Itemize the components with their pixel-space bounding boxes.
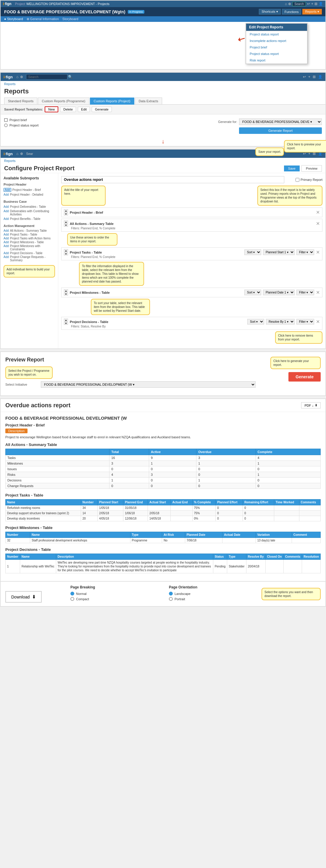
- add-brief-link[interactable]: Add: [4, 188, 11, 192]
- dropdown-item-incomplete[interactable]: Incomplete actions report: [246, 37, 307, 44]
- sort-select-4[interactable]: Sort ▾: [244, 290, 261, 295]
- dropdown-item-project-status[interactable]: Project status report: [246, 31, 307, 37]
- close-item-3[interactable]: ✕: [316, 249, 320, 255]
- dropdown-item-brief[interactable]: Project brief: [246, 44, 307, 51]
- radio-normal-selected[interactable]: [70, 592, 74, 595]
- home-icon[interactable]: ⌂: [285, 2, 287, 6]
- add-decisions[interactable]: Add: [4, 251, 9, 255]
- add-project-tasks[interactable]: Add: [4, 233, 9, 236]
- primary-report-checkbox[interactable]: [296, 178, 299, 182]
- add-milestones[interactable]: Add: [4, 241, 9, 244]
- report-name-input[interactable]: [61, 176, 284, 183]
- radio-status[interactable]: [4, 124, 8, 127]
- nav-home-icon3[interactable]: ⌂: [16, 152, 18, 156]
- add-tasks-action[interactable]: Add: [4, 237, 9, 240]
- global-search-input[interactable]: [26, 74, 67, 80]
- tab-standard-reports[interactable]: Standard Reports: [4, 97, 37, 104]
- subnav-storyboard[interactable]: ● Storyboard: [4, 17, 23, 21]
- breadcrumb-reports-link[interactable]: Reports: [4, 82, 16, 86]
- config-item-2-name: All Actions - Summary Table: [70, 222, 314, 225]
- globe-icon[interactable]: ⊕: [288, 2, 291, 6]
- preview-report-button[interactable]: Preview: [301, 165, 322, 172]
- search-box[interactable]: Search: [292, 2, 306, 6]
- sort-val-select-3[interactable]: Planned Start 1 ▾: [263, 249, 295, 255]
- arrow-down-1[interactable]: ▼: [64, 213, 68, 215]
- generate-for-select[interactable]: FOOD & BEVERAGE PROFESSIONAL DEVE ▾: [239, 119, 322, 125]
- dropdown-item-risk[interactable]: Risk report: [246, 57, 307, 64]
- select-initiative-label: Select Initiative: [5, 383, 38, 386]
- page-break-normal: Normal: [70, 592, 157, 595]
- user-icon[interactable]: 👤: [318, 75, 322, 79]
- grid-icon[interactable]: ⊞: [313, 75, 316, 79]
- sort-val-select-5[interactable]: Resolve By 1 ▾: [266, 319, 295, 324]
- radio-compact[interactable]: [70, 597, 74, 601]
- nav-icon1[interactable]: ↩: [307, 2, 310, 6]
- functions-button[interactable]: Functions: [282, 9, 301, 14]
- reports-button[interactable]: Reports ▾: [302, 9, 322, 14]
- arrow-down-5[interactable]: ▼: [64, 322, 68, 325]
- arrow-up-3[interactable]: ▲: [64, 249, 68, 252]
- pdf-button[interactable]: PDF ↓ ⬇: [301, 402, 321, 408]
- nav-icon3[interactable]: ⊞: [315, 2, 318, 6]
- add-contributing[interactable]: Add: [4, 210, 9, 216]
- sort-select-3[interactable]: Sort ▾: [244, 249, 261, 255]
- nav-globe-icon[interactable]: ⊕: [20, 75, 23, 79]
- close-item-1[interactable]: ✕: [316, 210, 320, 215]
- radio-portrait[interactable]: [169, 597, 173, 601]
- breadcrumb3-link[interactable]: Reports: [4, 159, 16, 162]
- description-button[interactable]: Description: [5, 429, 28, 433]
- filter-select-4[interactable]: Filter ▾: [296, 290, 314, 295]
- sort-select-5[interactable]: Sort ▾: [247, 319, 264, 324]
- arrow-down-2[interactable]: ▼: [64, 224, 68, 227]
- add-detailed-link[interactable]: Add: [4, 193, 9, 196]
- generate-button4[interactable]: Generate: [289, 372, 321, 381]
- radio-brief[interactable]: [4, 118, 8, 122]
- close-item-5[interactable]: ✕: [316, 319, 320, 324]
- tab-custom-programme[interactable]: Custom Reports (Programme): [38, 97, 89, 104]
- close-item-2[interactable]: ✕: [316, 221, 320, 226]
- filter-select-3[interactable]: Filter ▾: [296, 249, 314, 255]
- subnav-general-info[interactable]: ⊕ General Information: [27, 17, 59, 21]
- close-item-4[interactable]: ✕: [316, 290, 320, 295]
- nav-home-icon[interactable]: ⌂: [16, 75, 18, 79]
- arrow-up-2[interactable]: ▲: [64, 220, 68, 223]
- nav-icon2[interactable]: +: [311, 2, 313, 6]
- download-button[interactable]: Download ⬇: [5, 591, 42, 602]
- filter-select-5[interactable]: Filter ▾: [296, 319, 314, 324]
- add-all-actions[interactable]: Add: [4, 229, 9, 232]
- save-report-button[interactable]: Save: [284, 165, 300, 172]
- subreport-benefits: Add Project Benefits - Table: [4, 217, 55, 221]
- tab-custom-project[interactable]: Custom Reports (Project): [90, 97, 134, 104]
- select-initiative-dropdown[interactable]: FOOD & BEVERAGE PROFESSIONAL DEVELOPMENT…: [41, 381, 256, 388]
- edit-template-button[interactable]: Edit: [78, 107, 90, 112]
- primary-report-check: Primary Report: [296, 178, 322, 182]
- template-project-brief[interactable]: Project brief: [4, 117, 63, 123]
- shortcuts-button[interactable]: Shortcuts ▾: [259, 9, 281, 14]
- sort-val-select-4[interactable]: Planned Date 1 ▾: [263, 290, 295, 295]
- arrow-up-4[interactable]: ▲: [64, 289, 68, 292]
- add-milestones-constraints[interactable]: Add: [4, 244, 9, 251]
- decision-row-1: 1 Relationship with WelTec WelTec are de…: [6, 560, 321, 574]
- arrow-down-3[interactable]: ▼: [64, 252, 68, 255]
- tab-data-extracts[interactable]: Data Extracts: [135, 97, 162, 104]
- delete-template-button[interactable]: Delete: [60, 107, 76, 112]
- arrow-up-1[interactable]: ▲: [64, 209, 68, 212]
- add-change-requests[interactable]: Add: [4, 255, 9, 262]
- search-icon[interactable]: 🔍: [68, 75, 72, 79]
- nav-icon4[interactable]: 👤: [319, 2, 323, 6]
- radio-landscape-selected[interactable]: [169, 592, 173, 595]
- arrow-down-4[interactable]: ▼: [64, 292, 68, 296]
- top-project-label: Project: [15, 2, 25, 6]
- add-deliverables[interactable]: Add: [4, 205, 9, 208]
- plus-icon[interactable]: +: [308, 75, 310, 79]
- arrow-up-5[interactable]: ▲: [64, 318, 68, 321]
- generate-template-button[interactable]: Generate: [92, 107, 112, 112]
- nav-globe-icon3[interactable]: ⊕: [20, 152, 23, 156]
- add-benefits[interactable]: Add: [4, 217, 9, 220]
- dropdown-item-status2[interactable]: Project status report: [246, 51, 307, 57]
- subnav-storyboard2[interactable]: Storyboard: [62, 17, 79, 21]
- arrow-right-icon[interactable]: ↩: [303, 75, 306, 79]
- generate-report-button[interactable]: Generate Report: [239, 127, 322, 134]
- new-template-button[interactable]: New: [45, 106, 58, 112]
- template-project-status[interactable]: Project status report: [4, 123, 63, 128]
